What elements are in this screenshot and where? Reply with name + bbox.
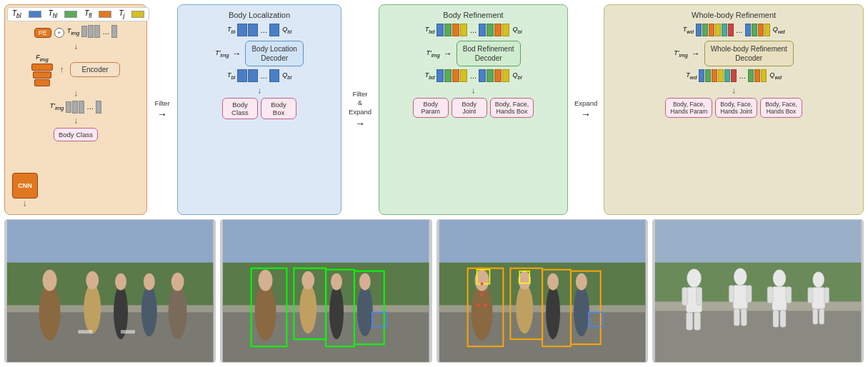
legend-tj-label: Tj (119, 9, 124, 19)
body-box-output: BodyBox (261, 98, 296, 119)
legend-thl-label: Thl (49, 9, 58, 19)
svg-rect-15 (121, 330, 135, 333)
svg-rect-77 (780, 310, 786, 327)
wholebody-refinement-decoder: Whole-body RefinementDecoder (704, 41, 794, 66)
qbl-label-bot: Qbl (282, 71, 291, 81)
svg-point-53 (477, 303, 479, 306)
svg-point-5 (43, 270, 57, 291)
svg-point-6 (84, 284, 101, 334)
svg-point-41 (546, 286, 560, 340)
scene-image-3 (437, 219, 648, 363)
svg-rect-74 (767, 287, 773, 303)
svg-rect-82 (812, 308, 817, 324)
body-class-output1: Body Class (54, 128, 98, 141)
svg-rect-79 (812, 288, 824, 309)
svg-point-54 (484, 303, 487, 306)
svg-point-72 (773, 270, 786, 287)
svg-point-22 (300, 284, 317, 334)
timgprime-label1: T'img (50, 102, 64, 111)
svg-point-66 (734, 268, 747, 286)
qbl-label-ref: Qbl (512, 26, 522, 35)
body-joint-output: BodyJoint (452, 98, 487, 118)
svg-rect-63 (696, 288, 702, 306)
body-refinement-decoder: Bod RefinementDecoder (457, 41, 521, 66)
legend-tbl-label: Tbl (12, 9, 21, 19)
body-face-hands-box-output: Body, Face,Hands Box (490, 98, 534, 118)
feature-pyramid (31, 64, 53, 86)
twd-seq-label2: Twd (686, 71, 697, 81)
filter-arrow: Filter → (151, 4, 173, 215)
svg-rect-75 (786, 287, 792, 303)
expand-arrow: Expand → (572, 4, 599, 215)
svg-point-9 (115, 273, 126, 291)
legend-tbl-box (29, 11, 41, 18)
qbl-label-top: Qbl (282, 26, 291, 35)
svg-point-44 (575, 273, 587, 291)
architecture-diagram: Tbl Thl Tfl Tj PE + Timg (4, 4, 864, 215)
tbl-seq-label2: Tbl (227, 71, 235, 81)
svg-point-10 (141, 286, 157, 337)
tbd-seq-label2: Tbd (425, 71, 435, 81)
scene-image-1 (4, 219, 216, 363)
svg-point-7 (86, 271, 99, 290)
body-class-output2: BodyClass (222, 98, 258, 119)
svg-point-11 (144, 273, 155, 291)
wholebody-outputs: Body, Face,Hands Param Body, Face,Hands … (665, 98, 802, 118)
svg-point-12 (169, 286, 187, 340)
svg-point-39 (516, 284, 533, 334)
svg-rect-62 (682, 288, 687, 306)
scene-image-2 (220, 219, 431, 363)
svg-point-43 (573, 286, 589, 337)
fimg-label: Fimg (36, 54, 49, 63)
expand-label: Expand (574, 99, 597, 107)
qwd-label-bot: Qwd (769, 71, 782, 81)
wholebody-arrow-down: ↓ (732, 86, 736, 95)
legend-tj-box (131, 11, 144, 18)
body-param-output: BodyParam (413, 98, 449, 118)
filter-label: Filter (154, 99, 169, 107)
body-face-hands-joint-output: Body, Face,Hands Joint (715, 98, 757, 118)
main-container: Tbl Thl Tfl Tj PE + Timg (0, 0, 868, 367)
qbl-label-ref-bot: Qbl (512, 71, 522, 81)
svg-point-13 (171, 273, 184, 291)
feature-extractor-panel: PE + Timg … ↓ Fimg (4, 4, 147, 215)
arrow2: ↓ (74, 89, 78, 98)
svg-rect-80 (808, 288, 813, 303)
svg-rect-65 (694, 312, 700, 330)
pe-box: PE (34, 28, 51, 38)
scene-image-4 (652, 219, 864, 363)
svg-rect-71 (741, 308, 747, 326)
plus-circle: + (54, 28, 64, 38)
svg-point-20 (255, 284, 276, 341)
svg-point-51 (480, 283, 483, 286)
wholebody-title: Whole-body Refinement (692, 11, 776, 19)
svg-point-60 (687, 269, 701, 288)
filter-expand-arrow: Filter&Expand → (346, 4, 374, 215)
svg-rect-76 (773, 310, 779, 327)
svg-point-26 (357, 286, 373, 337)
body-location-decoder: Body LocationDecoder (245, 41, 303, 66)
svg-rect-69 (747, 286, 752, 303)
body-loc-arrow-down: ↓ (257, 86, 261, 95)
svg-point-21 (259, 270, 273, 291)
tbl-seq-label: Tbl (227, 26, 235, 35)
tbd-seq-label: Tbd (425, 26, 435, 35)
svg-point-78 (812, 272, 824, 288)
wholebody-refinement-panel: Whole-body Refinement Twd … Q (604, 4, 864, 215)
svg-point-4 (39, 284, 61, 341)
body-refinement-title: Body Refinement (443, 11, 503, 19)
body-ref-arrow-down: ↓ (472, 86, 476, 95)
svg-rect-73 (772, 287, 787, 311)
qwd-label-top: Qwd (773, 26, 785, 35)
cnn-box: CNN (12, 173, 38, 198)
timgprime-label3: T'img (426, 49, 439, 59)
svg-point-24 (329, 286, 344, 340)
encoder-box: Encoder (70, 62, 120, 77)
svg-point-37 (471, 284, 492, 341)
scene-images-row (4, 219, 864, 363)
twd-seq-label: Twd (683, 26, 694, 35)
arrow3: ↓ (74, 116, 78, 125)
svg-rect-70 (734, 308, 739, 326)
body-loc-outputs: BodyClass BodyBox (222, 98, 296, 119)
svg-rect-57 (655, 305, 862, 362)
